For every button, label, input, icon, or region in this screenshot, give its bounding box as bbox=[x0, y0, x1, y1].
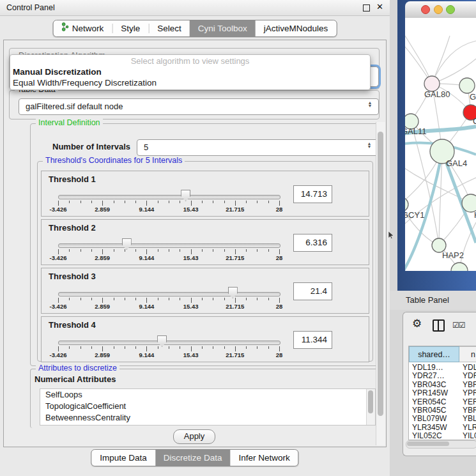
cell-name: YBL0 bbox=[463, 414, 476, 423]
threshold-value-field[interactable]: 6.316 bbox=[293, 234, 332, 252]
tab-label: Network bbox=[72, 20, 104, 36]
column-header-shared-name[interactable]: shared… bbox=[409, 346, 459, 362]
zoom-traffic-light[interactable] bbox=[446, 5, 455, 14]
float-window-icon[interactable] bbox=[363, 4, 370, 12]
algorithm-dropdown-popup: Select algorithm to view settings Manual… bbox=[10, 54, 371, 90]
network-node-h[interactable] bbox=[462, 194, 476, 212]
tick-mark bbox=[213, 249, 213, 252]
network-node[interactable] bbox=[451, 263, 468, 271]
node-label: C bbox=[473, 116, 476, 126]
table-panel-titlebar: Table Panel bbox=[390, 291, 476, 310]
tick-mark bbox=[191, 298, 192, 303]
tab-impute-data[interactable]: Impute Data bbox=[91, 450, 155, 466]
table-panel: ⚙ ☑☑ shared… n YDL19…YDL1YDR27…YDR2YBR04… bbox=[403, 312, 476, 456]
content-scrollbar[interactable] bbox=[376, 122, 385, 445]
apply-button[interactable]: Apply bbox=[173, 429, 215, 444]
slider-thumb[interactable] bbox=[181, 190, 190, 201]
tab-network[interactable]: Network bbox=[54, 20, 112, 36]
slider-tick-labels: -3.4262.8599.14415.4321.71528 bbox=[58, 254, 279, 262]
numerical-attributes-list[interactable]: SelfLoopsTopologicalCoefficientBetweenne… bbox=[40, 388, 376, 426]
slider-thumb[interactable] bbox=[157, 335, 167, 347]
number-of-intervals-label: Number of Intervals bbox=[52, 142, 130, 151]
network-edge[interactable] bbox=[405, 36, 432, 84]
tick-mark bbox=[91, 298, 92, 300]
tick-mark bbox=[257, 346, 257, 349]
column-header-name[interactable]: n bbox=[459, 346, 476, 362]
tab-infer-network[interactable]: Infer Network bbox=[230, 450, 298, 466]
tick-mark bbox=[146, 298, 147, 303]
table-row[interactable]: YBR043CYBR0 bbox=[409, 380, 476, 388]
dropdown-option-manual[interactable]: Manual Discretization bbox=[13, 67, 102, 77]
tick-mark bbox=[135, 201, 136, 203]
table-row[interactable]: YLR345WYLR3 bbox=[409, 423, 476, 431]
tab-style[interactable]: Style bbox=[112, 20, 148, 36]
network-canvas[interactable]: GAL80GCGAL11GAL4GCY1HHAP2 bbox=[405, 18, 476, 271]
tick-mark bbox=[268, 201, 269, 203]
attribute-list-item[interactable]: BetweennessCentrality bbox=[40, 412, 375, 424]
slider-thumb[interactable] bbox=[122, 238, 132, 250]
slider-track[interactable] bbox=[58, 341, 280, 345]
tick-label: 2.859 bbox=[95, 206, 110, 213]
tab-label: Cyni Toolbox bbox=[198, 20, 247, 36]
network-node-g[interactable] bbox=[459, 78, 475, 93]
tick-mark bbox=[125, 346, 125, 349]
attribute-list-item[interactable]: SelfLoops bbox=[40, 389, 375, 401]
threshold-value-field[interactable]: 11.344 bbox=[293, 331, 332, 349]
threshold-value-field[interactable]: 21.4 bbox=[293, 282, 332, 300]
gear-icon[interactable]: ⚙ bbox=[412, 317, 422, 330]
content-scrollbar-thumb[interactable] bbox=[378, 132, 383, 416]
close-traffic-light[interactable] bbox=[421, 5, 430, 14]
threshold-label: Threshold 3 bbox=[49, 272, 96, 281]
table-data-combobox[interactable]: galFiltered.sif default node ▲▼ bbox=[19, 98, 379, 115]
threshold-value-field[interactable]: 14.713 bbox=[293, 185, 332, 203]
tab-jactivemnodules[interactable]: jActiveMNodules bbox=[256, 20, 337, 36]
tick-mark bbox=[246, 201, 247, 203]
dropdown-option-equal-width[interactable]: Equal Width/Frequency Discretization bbox=[13, 78, 157, 88]
table-row[interactable]: YPR145WYPR1 bbox=[409, 388, 476, 397]
table-row[interactable]: YBL079WYBL0 bbox=[409, 414, 476, 422]
table-row[interactable]: YBR045CYBR0 bbox=[409, 406, 476, 414]
network-edge[interactable] bbox=[432, 41, 476, 84]
cell-name: YPR1 bbox=[463, 388, 476, 397]
table-horizontal-scrollbar[interactable] bbox=[406, 440, 476, 449]
screen: Control Panel ✕ NetworkStyleSelectCyni T… bbox=[0, 0, 476, 476]
node-label: GAL80 bbox=[424, 89, 450, 99]
table-horizontal-scrollbar-thumb[interactable] bbox=[407, 441, 449, 446]
slider-track[interactable] bbox=[58, 195, 280, 199]
cell-name: YIL0 bbox=[463, 431, 476, 440]
threshold-label: Threshold 2 bbox=[49, 223, 96, 233]
table-row[interactable]: YIL052CYIL0 bbox=[409, 431, 476, 440]
network-node-gcy1[interactable] bbox=[405, 197, 408, 211]
tick-mark bbox=[91, 346, 92, 349]
table-row[interactable]: YER054CYER0 bbox=[409, 397, 476, 406]
attributes-scrollbar-thumb[interactable] bbox=[368, 390, 373, 413]
table-row[interactable]: YDR27…YDR2 bbox=[409, 371, 476, 380]
tick-label: 28 bbox=[276, 206, 283, 213]
tab-discretize-data[interactable]: Discretize Data bbox=[155, 450, 231, 466]
threshold-panel-3: Threshold 3-3.4262.8599.14415.4321.71528… bbox=[41, 268, 369, 314]
tab-select[interactable]: Select bbox=[149, 20, 190, 36]
tick-mark bbox=[268, 346, 269, 349]
slider-thumb[interactable] bbox=[228, 287, 238, 298]
control-panel-titlebar: Control Panel ✕ bbox=[0, 0, 390, 16]
cell-shared-name: YBL079W bbox=[412, 414, 447, 423]
attribute-list-item[interactable]: TopologicalCoefficient bbox=[40, 401, 375, 412]
tick-mark bbox=[114, 298, 114, 300]
number-of-intervals-combobox[interactable]: 5 ▲▼ bbox=[137, 139, 378, 156]
slider-track[interactable] bbox=[58, 292, 280, 296]
cell-name: YDR2 bbox=[463, 371, 476, 380]
node-label: GAL4 bbox=[446, 158, 467, 168]
tick-label: 2.859 bbox=[95, 254, 110, 261]
close-icon[interactable]: ✕ bbox=[376, 2, 383, 12]
tab-label: Select bbox=[157, 20, 181, 36]
slider-track[interactable] bbox=[58, 243, 280, 248]
split-view-icon[interactable] bbox=[433, 319, 445, 332]
minimize-traffic-light[interactable] bbox=[434, 5, 443, 14]
node-table: shared… n YDL19…YDL1YDR27…YDR2YBR043CYBR… bbox=[408, 346, 476, 440]
tick-label: 21.715 bbox=[226, 206, 244, 213]
table-row[interactable]: YDL19…YDL1 bbox=[409, 363, 476, 371]
select-columns-icon[interactable]: ☑☑ bbox=[452, 321, 465, 330]
tab-label: Style bbox=[121, 20, 140, 36]
tab-cyni-toolbox[interactable]: Cyni Toolbox bbox=[190, 20, 256, 36]
attributes-scrollbar[interactable] bbox=[366, 389, 375, 425]
